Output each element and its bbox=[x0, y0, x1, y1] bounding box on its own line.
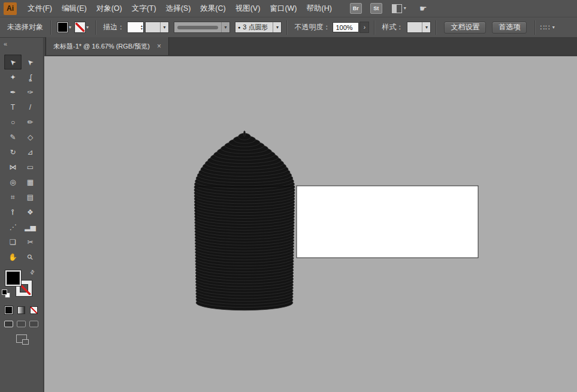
menu-item[interactable]: 文字(T) bbox=[127, 1, 161, 16]
perspective-grid-tool-icon: ▦ bbox=[27, 178, 34, 186]
brush-definition-dropdown[interactable]: ● 3 点圆形 ▾ bbox=[235, 22, 282, 33]
zoom-tool[interactable]: ⚲ bbox=[22, 249, 39, 264]
menu-item[interactable]: 窗口(W) bbox=[265, 1, 301, 16]
fill-color-control[interactable]: ▾ bbox=[58, 22, 71, 32]
draw-normal-button[interactable] bbox=[4, 321, 13, 327]
tools-grid: ➤➤✦ʆ✒✑T/○✏✎◇↻⊿⋈▭◎▦⌗▤⊸❖⋰▂▅❏✂✋⚲ bbox=[0, 55, 43, 264]
blend-tool[interactable]: ❖ bbox=[22, 204, 39, 219]
menu-item[interactable]: 文件(F) bbox=[23, 1, 57, 16]
document-tab-title: 未标题-1* @ 16.67% (RGB/预览) bbox=[53, 42, 150, 51]
perspective-grid-tool[interactable]: ▦ bbox=[22, 174, 39, 189]
gradient-tool-icon: ▤ bbox=[27, 193, 34, 201]
chevron-down-icon: ▾ bbox=[276, 25, 279, 30]
workspace-columns-icon bbox=[392, 4, 402, 13]
symbol-sprayer-tool[interactable]: ⋰ bbox=[4, 219, 22, 234]
none-button[interactable] bbox=[30, 306, 38, 314]
dropdown-caret-button[interactable]: ▾ bbox=[273, 22, 281, 32]
stroke-none-swatch[interactable] bbox=[75, 22, 85, 32]
eyedropper-tool-icon: ⊸ bbox=[9, 209, 17, 215]
dropdown-caret-button[interactable]: ▾ bbox=[221, 22, 229, 32]
workspace-switcher[interactable]: ▾ bbox=[392, 4, 406, 13]
stepper-down-icon[interactable]: ▾ bbox=[141, 28, 143, 31]
pen-tool[interactable]: ✒ bbox=[4, 85, 22, 99]
paintbrush-tool[interactable]: ✏ bbox=[22, 114, 39, 129]
opacity-options-button[interactable]: › bbox=[360, 22, 369, 33]
menu-item[interactable]: 对象(O) bbox=[92, 1, 127, 16]
width-tool-icon: ⋈ bbox=[10, 163, 17, 171]
br-badge[interactable]: Br bbox=[350, 3, 362, 14]
menu-item[interactable]: 选择(S) bbox=[161, 1, 196, 16]
separator bbox=[436, 20, 436, 35]
dropdown-caret-button[interactable]: ▾ bbox=[422, 22, 430, 32]
stroke-color-control[interactable]: ▾ bbox=[75, 22, 89, 32]
chevron-down-icon[interactable]: ▾ bbox=[69, 25, 71, 30]
stroke-weight-stepper[interactable]: ▴ ▾ bbox=[127, 22, 144, 33]
canvas-svg[interactable] bbox=[44, 56, 577, 392]
stepper-arrows-icon[interactable]: ▴ ▾ bbox=[141, 25, 143, 31]
shape-builder-tool-icon: ◎ bbox=[10, 178, 16, 186]
dropdown-caret-button[interactable]: ▾ bbox=[160, 22, 168, 32]
selection-tool-icon: ➤ bbox=[8, 57, 18, 67]
chevron-down-icon[interactable]: ▾ bbox=[552, 25, 555, 30]
white-rectangle[interactable] bbox=[297, 186, 478, 258]
fill-color-swatch[interactable] bbox=[58, 22, 68, 32]
slice-tool[interactable]: ✂ bbox=[22, 234, 39, 249]
paint-type-row bbox=[0, 306, 43, 314]
width-profile-dropdown[interactable]: ▾ bbox=[174, 22, 230, 33]
ellipse-tool[interactable]: ○ bbox=[4, 114, 22, 129]
document-tab[interactable]: 未标题-1* @ 16.67% (RGB/预览) × bbox=[46, 37, 169, 55]
st-badge[interactable]: St bbox=[370, 3, 382, 14]
free-transform-tool[interactable]: ▭ bbox=[22, 159, 39, 174]
collapse-panel-button[interactable]: « bbox=[4, 40, 7, 47]
menu-item[interactable]: 效果(C) bbox=[195, 1, 230, 16]
eraser-tool[interactable]: ◇ bbox=[22, 129, 39, 144]
swap-fill-stroke-icon[interactable]: ⇄ bbox=[29, 269, 36, 276]
fill-stroke-indicator: ⇄ bbox=[0, 269, 44, 303]
gradient-button[interactable] bbox=[17, 306, 25, 314]
column-graph-tool[interactable]: ▂▅ bbox=[22, 219, 39, 234]
pen-tool-icon: ✒ bbox=[10, 88, 16, 97]
document-tab-bar: 未标题-1* @ 16.67% (RGB/预览) × bbox=[44, 38, 577, 56]
mesh-tool-icon: ⌗ bbox=[11, 193, 15, 201]
curvature-tool[interactable]: ✑ bbox=[22, 85, 39, 99]
menu-item[interactable]: 视图(V) bbox=[231, 1, 265, 16]
chevron-down-icon: ▾ bbox=[404, 6, 406, 11]
style-dropdown[interactable]: ▾ bbox=[407, 22, 431, 33]
line-segment-tool[interactable]: / bbox=[22, 99, 39, 114]
document-setup-button[interactable]: 文档设置 bbox=[444, 22, 486, 34]
preferences-button[interactable]: 首选项 bbox=[492, 22, 527, 34]
magic-wand-tool[interactable]: ✦ bbox=[4, 70, 22, 85]
pointer-hand-icon[interactable]: ☛ bbox=[419, 4, 427, 13]
shape-builder-tool[interactable]: ◎ bbox=[4, 174, 22, 189]
close-icon[interactable]: × bbox=[157, 42, 161, 50]
color-button[interactable] bbox=[5, 306, 13, 314]
app-logo: Ai bbox=[4, 2, 17, 15]
mesh-tool[interactable]: ⌗ bbox=[4, 189, 22, 204]
screen-mode-button[interactable] bbox=[16, 334, 27, 343]
artboard-tool[interactable]: ❏ bbox=[4, 234, 22, 249]
canvas-area[interactable] bbox=[44, 56, 577, 392]
align-options-icon[interactable]: ∷∷ bbox=[540, 23, 550, 32]
lasso-tool[interactable]: ʆ bbox=[22, 70, 39, 85]
gradient-tool[interactable]: ▤ bbox=[22, 189, 39, 204]
scale-tool[interactable]: ⊿ bbox=[22, 144, 39, 159]
selection-tool[interactable]: ➤ bbox=[4, 55, 22, 70]
opacity-input[interactable] bbox=[333, 22, 359, 32]
stroke-weight-dropdown[interactable]: ▾ bbox=[145, 22, 169, 33]
eyedropper-tool[interactable]: ⊸ bbox=[4, 204, 22, 219]
direct-selection-tool[interactable]: ➤ bbox=[22, 55, 39, 70]
rotate-tool[interactable]: ↻ bbox=[4, 144, 22, 159]
draw-behind-button[interactable] bbox=[17, 321, 26, 327]
fill-swatch[interactable] bbox=[5, 270, 21, 286]
default-fill-stroke-icon[interactable] bbox=[2, 290, 11, 297]
brush-name: 3 点圆形 bbox=[243, 23, 273, 32]
type-tool[interactable]: T bbox=[4, 99, 22, 114]
pencil-tool[interactable]: ✎ bbox=[4, 129, 22, 144]
blend-shape-object[interactable] bbox=[194, 131, 295, 310]
width-tool[interactable]: ⋈ bbox=[4, 159, 22, 174]
draw-inside-button[interactable] bbox=[29, 321, 38, 327]
hand-tool[interactable]: ✋ bbox=[4, 249, 22, 264]
menu-item[interactable]: 编辑(E) bbox=[57, 1, 92, 16]
chevron-down-icon[interactable]: ▾ bbox=[86, 25, 89, 30]
menu-item[interactable]: 帮助(H) bbox=[302, 1, 337, 16]
